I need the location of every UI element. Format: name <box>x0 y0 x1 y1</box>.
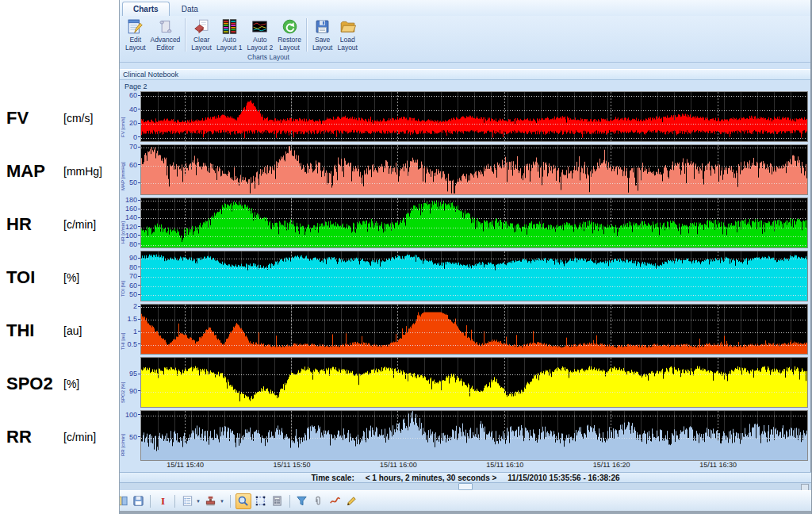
transform-button[interactable] <box>254 494 268 508</box>
y-tick-label: 0.5 <box>127 340 140 347</box>
horizontal-scrollbar[interactable] <box>120 483 811 490</box>
y-tick-label: 100 <box>125 411 140 418</box>
window-bottom-border <box>120 511 811 514</box>
notebook-title: Clinical Notebook <box>123 71 178 79</box>
y-axis-rotated-label: TOI [%] <box>121 281 125 297</box>
y-tick-label: 70 <box>129 144 140 151</box>
edit-layout-icon <box>126 18 144 35</box>
signal-unit: [c/min] <box>63 431 96 443</box>
dropdown-caret-icon[interactable]: ▼ <box>220 499 224 504</box>
time-tick-label: 15/11 16:00 <box>380 461 417 469</box>
y-tick-label: 20 <box>129 120 140 127</box>
auto-layout-1-button[interactable]: AutoLayout 1 <box>214 17 245 52</box>
y-tick-label: 140 <box>125 214 140 221</box>
chart-plot-hr[interactable] <box>140 198 808 248</box>
zoom-button[interactable] <box>236 493 251 509</box>
y-tick-label: 70 <box>129 273 140 280</box>
signal-unit: [au] <box>63 324 82 337</box>
save-button[interactable] <box>131 494 145 508</box>
y-axis-rotated-label: MAP [mmHg] <box>121 162 125 190</box>
signal-unit: [mmHg] <box>63 165 102 178</box>
advanced-editor-button[interactable]: AdvancedEditor <box>148 17 183 52</box>
annotation-ibeam-button[interactable] <box>155 494 170 508</box>
signal-name: RR <box>0 427 63 447</box>
transform-icon <box>255 495 266 507</box>
chart-plot-fv[interactable] <box>140 91 808 142</box>
calculator-icon <box>271 495 283 507</box>
restore-layout-icon <box>281 18 299 35</box>
signal-annotation-hr: HR[c/min] <box>0 198 119 251</box>
stamp-icon <box>205 495 216 507</box>
signal-unit: [c/min] <box>63 218 96 231</box>
chart-plot-spo2[interactable] <box>140 357 808 408</box>
zoom-icon <box>237 495 249 507</box>
paperclip-button[interactable] <box>312 494 326 508</box>
signal-name: MAP <box>0 161 63 182</box>
auto-layout-2-button[interactable]: AutoLayout 2 <box>245 17 276 52</box>
toolbar-separator <box>289 495 290 508</box>
dropdown-caret-icon[interactable]: ▼ <box>196 499 201 504</box>
y-tick-label: 50 <box>129 179 140 186</box>
signal-name: HR <box>0 214 63 235</box>
y-tick-label: 100 <box>125 232 140 239</box>
time-scale-bar: Time scale: < 1 hours, 2 minutes, 30 sec… <box>120 472 811 483</box>
ribbon: ChartsData EditLayoutAdvancedEditorClear… <box>120 0 810 63</box>
app-window: ChartsData EditLayoutAdvancedEditorClear… <box>119 0 812 514</box>
notebook-bar: Clinical Notebook <box>120 69 810 80</box>
y-axis-fv: FV [cm/s]0204060 <box>120 91 140 142</box>
toolbar-separator <box>150 495 151 508</box>
clear-layout-button[interactable]: ClearLayout <box>189 17 214 52</box>
chart-plot-rr[interactable] <box>140 410 808 461</box>
tab-charts[interactable]: Charts <box>122 2 170 16</box>
y-axis-thi: THI [au]0.511.52 <box>120 304 140 355</box>
y-axis-toi: TOI [%]5060708090 <box>120 251 140 301</box>
y-tick-label: 95 <box>129 370 140 378</box>
chart-row-spo2: SPO2 [%]9095 <box>120 357 811 408</box>
chart-plot-thi[interactable] <box>140 304 808 355</box>
filter-button[interactable] <box>295 494 309 508</box>
y-tick-label: 1 <box>133 328 140 335</box>
save-layout-button[interactable]: SaveLayout <box>310 17 335 52</box>
y-tick-label: 50 <box>129 433 140 440</box>
time-tick-label: 15/11 16:20 <box>593 461 630 469</box>
pencil-icon <box>346 495 358 507</box>
toolbar-separator <box>174 495 175 508</box>
paperclip-icon <box>312 495 324 507</box>
time-tick-label: 15/11 15:40 <box>167 461 204 469</box>
y-tick-label: 0 <box>133 133 140 140</box>
restore-layout-button[interactable]: RestoreLayout <box>275 17 304 52</box>
report-button[interactable] <box>120 494 128 508</box>
tab-data[interactable]: Data <box>171 2 209 16</box>
notes-button[interactable] <box>180 494 194 508</box>
y-tick-label: 160 <box>125 205 140 213</box>
calculator-button[interactable] <box>270 494 285 508</box>
y-axis-hr: HR [c/min]80100120140160180 <box>120 198 140 248</box>
y-tick-label: 60 <box>129 161 140 168</box>
bottom-toolbar: ▼▼ <box>120 490 811 511</box>
notes-icon <box>182 495 193 507</box>
time-scale-value[interactable]: < 1 hours, 2 minutes, 30 seconds > <box>366 474 497 482</box>
y-axis-rr: RR [c/min]50100 <box>120 410 140 461</box>
signal-annotations: FV[cm/s]MAP[mmHg]HR[c/min]TOI[%]THI[au]S… <box>0 91 119 463</box>
chart-row-thi: THI [au]0.511.52 <box>120 304 811 355</box>
chart-plot-map[interactable] <box>140 144 808 195</box>
signal-name: FV <box>0 108 63 128</box>
page-label: Page 2 <box>120 80 810 91</box>
time-tick-label: 15/11 15:50 <box>274 461 311 469</box>
edit-layout-button[interactable]: EditLayout <box>123 17 148 52</box>
ribbon-group-separator <box>185 18 186 52</box>
filter-icon <box>296 495 308 507</box>
signal-annotation-fv: FV[cm/s] <box>0 91 119 144</box>
y-tick-label: 50 <box>129 291 140 298</box>
signal-unit: [cm/s] <box>63 112 93 125</box>
load-layout-button[interactable]: LoadLayout <box>335 17 360 52</box>
stamp-button[interactable] <box>204 494 218 508</box>
freehand-button[interactable] <box>328 494 343 508</box>
y-tick-label: 120 <box>125 223 140 230</box>
pencil-button[interactable] <box>345 494 359 508</box>
chart-plot-toi[interactable] <box>140 251 808 301</box>
chart-row-toi: TOI [%]5060708090 <box>120 251 811 301</box>
scrollbar-thumb[interactable] <box>458 483 473 490</box>
ribbon-group-caption: Charts Layout <box>199 53 338 61</box>
chart-row-map: MAP [mmHg]506070 <box>120 144 811 195</box>
